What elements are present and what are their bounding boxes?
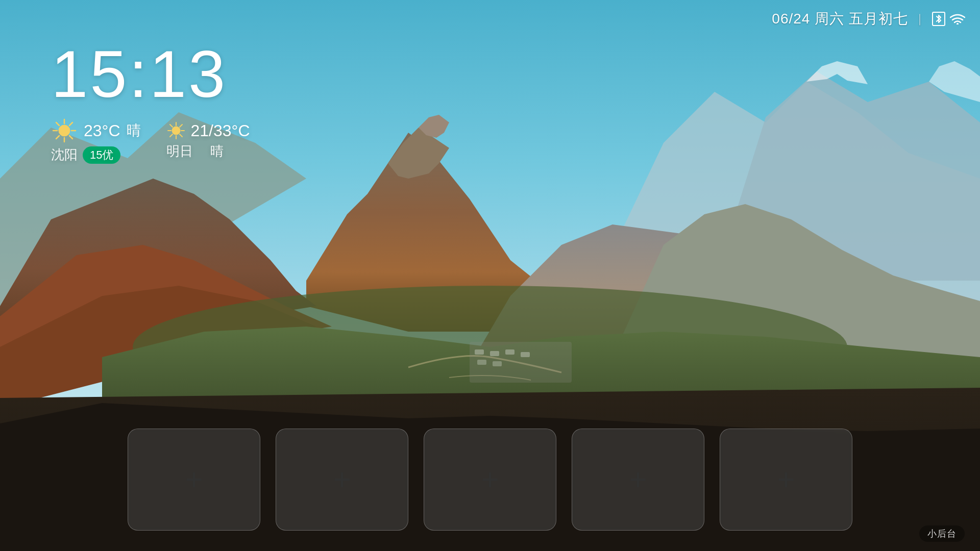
svg-line-33 xyxy=(69,122,72,126)
current-temp: 23°C xyxy=(84,121,120,140)
plus-icon-2: + xyxy=(333,464,351,495)
status-bar: 06/24 周六 五月初七 ｜ xyxy=(756,0,980,38)
tomorrow-temp-row: 21/33°C xyxy=(166,121,250,140)
weather-temp-row: 23°C 晴 xyxy=(51,117,141,144)
status-divider: ｜ xyxy=(914,11,926,27)
svg-rect-20 xyxy=(490,351,499,356)
clock-widget: 15:13 xyxy=(51,41,250,164)
app-dock: + + + + + xyxy=(0,429,980,531)
wifi-icon xyxy=(950,13,965,24)
current-desc: 晴 xyxy=(127,121,141,140)
weather-row: 23°C 晴 沈阳 15优 xyxy=(51,117,250,164)
svg-line-42 xyxy=(180,124,182,127)
city-name: 沈阳 xyxy=(51,146,78,164)
svg-rect-19 xyxy=(475,349,484,355)
svg-point-25 xyxy=(957,23,959,24)
svg-line-40 xyxy=(170,124,173,127)
add-app-slot-1[interactable]: + xyxy=(128,429,260,531)
svg-rect-22 xyxy=(521,352,530,357)
add-app-slot-2[interactable]: + xyxy=(276,429,408,531)
svg-point-35 xyxy=(172,127,180,135)
bluetooth-icon xyxy=(932,12,945,26)
tomorrow-label: 明日 xyxy=(166,142,193,160)
svg-line-41 xyxy=(180,134,182,137)
svg-line-34 xyxy=(56,136,59,139)
miui-logo: 小后台 xyxy=(919,525,965,542)
add-app-slot-4[interactable]: + xyxy=(572,429,704,531)
weather-city-row: 沈阳 15优 xyxy=(51,146,120,164)
tomorrow-temp: 21/33°C xyxy=(191,121,250,140)
plus-icon-4: + xyxy=(629,464,647,495)
clock-time: 15:13 xyxy=(51,41,250,107)
svg-rect-23 xyxy=(477,360,486,365)
add-app-slot-3[interactable]: + xyxy=(424,429,556,531)
sun-icon xyxy=(51,117,78,144)
status-date: 06/24 周六 五月初七 xyxy=(772,9,908,29)
svg-line-43 xyxy=(170,134,173,137)
weather-current: 23°C 晴 沈阳 15优 xyxy=(51,117,141,164)
weather-tomorrow: 21/33°C 明日 晴 xyxy=(166,121,250,160)
air-quality-badge: 15优 xyxy=(83,146,120,164)
svg-rect-24 xyxy=(493,361,502,366)
tomorrow-desc: 晴 xyxy=(210,142,224,160)
add-app-slot-5[interactable]: + xyxy=(720,429,852,531)
svg-rect-21 xyxy=(505,349,514,355)
svg-line-31 xyxy=(56,122,59,126)
svg-line-32 xyxy=(69,136,72,139)
svg-point-26 xyxy=(59,125,70,136)
plus-icon-3: + xyxy=(481,464,499,495)
plus-icon-1: + xyxy=(185,464,203,495)
plus-icon-5: + xyxy=(777,464,795,495)
tomorrow-sun-icon xyxy=(166,121,186,140)
status-icons xyxy=(932,12,965,26)
tomorrow-label-row: 明日 晴 xyxy=(166,142,224,160)
